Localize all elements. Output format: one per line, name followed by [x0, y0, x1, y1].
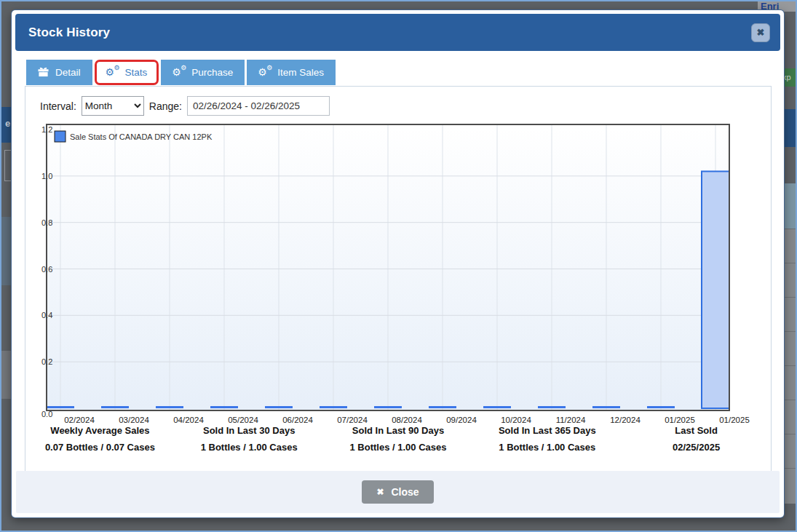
stat-label: Sold In Last 365 Days	[472, 425, 622, 436]
stock-history-dialog: Stock History ✖ Detail⚙⚙Stats⚙⚙Purchase⚙…	[12, 10, 784, 517]
cogs-icon: ⚙⚙	[106, 67, 119, 79]
tab-purchase[interactable]: ⚙⚙Purchase	[161, 60, 245, 85]
dialog-title: Stock History	[28, 25, 110, 40]
bar-02/2024	[47, 406, 74, 408]
x-axis-tick-label: 05/2024	[228, 416, 258, 424]
y-axis-tick-label: 0.0	[41, 410, 63, 418]
bar-12/2024	[592, 406, 620, 408]
tab-item-sales[interactable]: ⚙⚙Item Sales	[247, 60, 336, 85]
cogs-icon: ⚙⚙	[173, 67, 185, 79]
stat-sold-in-last-365-days: Sold In Last 365 Days1 Bottles / 1.00 Ca…	[472, 425, 622, 453]
close-button-label: Close	[391, 486, 419, 498]
stat-value: 1 Bottles / 1.00 Cases	[324, 442, 473, 453]
chart-controls: Interval: Month Range:	[40, 96, 330, 116]
tab-label: Stats	[125, 67, 148, 78]
tab-detail[interactable]: Detail	[26, 60, 92, 85]
bar-07/2024	[320, 406, 347, 408]
sales-bar-chart: Sale Stats Of CANADA DRY CAN 12PK0.00.20…	[46, 124, 730, 411]
dialog-titlebar: Stock History ✖	[15, 14, 780, 51]
x-axis-tick-label: 01/2025	[665, 416, 695, 424]
stat-value: 02/25/2025	[622, 442, 771, 453]
dialog-footer: ✖ Close	[16, 471, 780, 513]
stat-sold-in-last-30-days: Sold In Last 30 Days1 Bottles / 1.00 Cas…	[175, 425, 324, 453]
close-button[interactable]: ✖ Close	[362, 480, 433, 504]
chart-plot-area: Sale Stats Of CANADA DRY CAN 12PK	[47, 125, 729, 410]
x-axis-tick-label: 02/2024	[64, 416, 95, 424]
bar-05/2024	[210, 406, 238, 408]
cogs-icon: ⚙⚙	[258, 67, 271, 79]
close-x-icon: ✖	[757, 27, 765, 38]
tab-label: Item Sales	[277, 67, 324, 78]
stat-label: Sold In Last 30 Days	[175, 425, 324, 436]
x-axis-tick-label: 03/2024	[119, 416, 149, 424]
stat-label: Sold In Last 90 Days	[324, 425, 473, 436]
bar-04/2024	[156, 406, 183, 408]
stat-label: Weekly Average Sales	[25, 425, 175, 436]
y-axis-tick-label: 0.6	[41, 265, 63, 274]
tab-label: Purchase	[191, 67, 233, 78]
tab-bar: Detail⚙⚙Stats⚙⚙Purchase⚙⚙Item Sales	[26, 60, 336, 86]
interval-select[interactable]: Month	[82, 96, 144, 116]
stat-label: Last Sold	[622, 425, 771, 436]
x-axis-tick-label: 08/2024	[392, 416, 422, 424]
bg-blue-bar-fragment-right	[784, 109, 796, 147]
x-axis-tick-label: 04/2024	[173, 416, 204, 424]
x-axis-tick-label: 12/2024	[610, 416, 641, 424]
y-axis-tick-label: 0.4	[41, 311, 63, 319]
dialog-close-icon-button[interactable]: ✖	[751, 23, 770, 42]
stat-last-sold: Last Sold02/25/2025	[622, 425, 771, 453]
legend-label: Sale Stats Of CANADA DRY CAN 12PK	[70, 132, 213, 141]
bar-11/2024	[538, 406, 566, 408]
x-axis-tick-label: 09/2024	[446, 416, 477, 424]
stat-sold-in-last-90-days: Sold In Last 90 Days1 Bottles / 1.00 Cas…	[324, 425, 473, 453]
stats-tab-panel: Interval: Month Range: Sale Stats Of CAN…	[25, 86, 772, 472]
x-axis-tick-label: 10/2024	[501, 416, 531, 424]
stat-weekly-average-sales: Weekly Average Sales0.07 Bottles / 0.07 …	[25, 425, 175, 453]
bar-01/2025	[647, 406, 675, 408]
x-axis-tick-label: 06/2024	[282, 416, 313, 424]
stat-value: 1 Bottles / 1.00 Cases	[175, 442, 324, 453]
bar-08/2024	[374, 406, 402, 408]
bar-01/2025	[702, 171, 729, 408]
tab-stats[interactable]: ⚙⚙Stats	[95, 60, 159, 85]
bar-03/2024	[101, 406, 129, 408]
bar-09/2024	[429, 406, 456, 408]
stat-value: 0.07 Bottles / 0.07 Cases	[25, 442, 175, 453]
y-axis-tick-label: 1.2	[41, 125, 63, 134]
tab-label: Detail	[55, 67, 81, 78]
interval-label: Interval:	[40, 100, 76, 112]
range-input[interactable]	[187, 96, 330, 116]
bar-10/2024	[483, 406, 511, 408]
y-axis-tick-label: 1.0	[41, 172, 63, 180]
x-axis-tick-label: 11/2024	[556, 416, 586, 424]
stat-value: 1 Bottles / 1.00 Cases	[472, 442, 622, 453]
range-label: Range:	[149, 100, 182, 112]
close-x-icon: ✖	[376, 487, 384, 497]
x-axis-tick-label: 01/2025	[719, 416, 750, 424]
bar-06/2024	[265, 406, 293, 408]
y-axis-tick-label: 0.2	[41, 357, 63, 366]
gift-icon	[38, 66, 49, 79]
sales-stats-row: Weekly Average Sales0.07 Bottles / 0.07 …	[25, 425, 771, 453]
x-axis-tick-label: 07/2024	[337, 416, 368, 424]
y-axis-tick-label: 0.8	[41, 218, 63, 227]
